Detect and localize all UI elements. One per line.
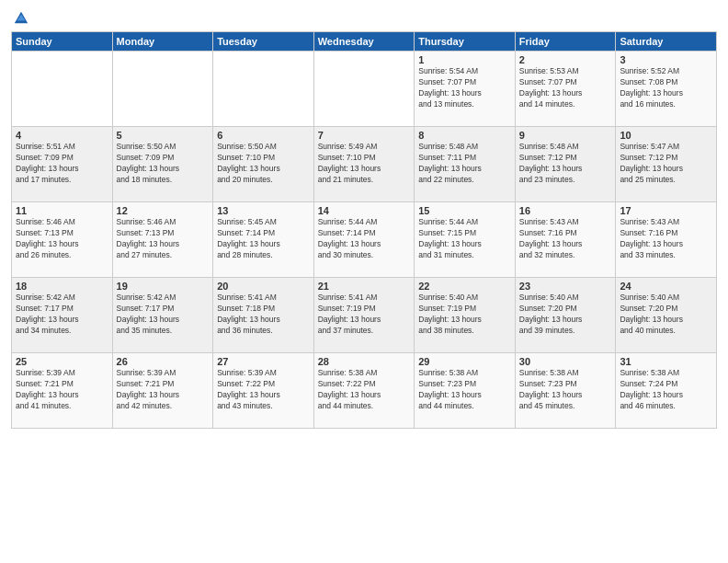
logo-icon	[13, 9, 29, 26]
day-number: 21	[318, 281, 411, 292]
calendar-cell: 6Sunrise: 5:50 AM Sunset: 7:10 PM Daylig…	[213, 127, 314, 202]
day-info: Sunrise: 5:38 AM Sunset: 7:23 PM Dayligh…	[519, 368, 612, 412]
calendar-cell: 11Sunrise: 5:46 AM Sunset: 7:13 PM Dayli…	[12, 202, 113, 278]
calendar-cell: 8Sunrise: 5:48 AM Sunset: 7:11 PM Daylig…	[415, 127, 516, 202]
day-number: 15	[418, 205, 511, 216]
day-number: 31	[620, 356, 712, 367]
calendar-cell: 14Sunrise: 5:44 AM Sunset: 7:14 PM Dayli…	[313, 202, 415, 278]
day-info: Sunrise: 5:51 AM Sunset: 7:09 PM Dayligh…	[16, 142, 108, 186]
calendar-cell: 19Sunrise: 5:42 AM Sunset: 7:17 PM Dayli…	[112, 278, 213, 353]
day-number: 10	[620, 130, 712, 141]
day-number: 28	[318, 356, 411, 367]
week-row-3: 11Sunrise: 5:46 AM Sunset: 7:13 PM Dayli…	[12, 202, 717, 278]
calendar-cell: 28Sunrise: 5:38 AM Sunset: 7:22 PM Dayli…	[313, 353, 415, 429]
day-number: 8	[418, 130, 511, 141]
calendar-cell: 15Sunrise: 5:44 AM Sunset: 7:15 PM Dayli…	[415, 202, 516, 278]
weekday-header-saturday: Saturday	[616, 32, 717, 52]
week-row-4: 18Sunrise: 5:42 AM Sunset: 7:17 PM Dayli…	[12, 278, 717, 353]
day-info: Sunrise: 5:43 AM Sunset: 7:16 PM Dayligh…	[519, 217, 612, 261]
day-number: 2	[519, 54, 612, 65]
day-number: 11	[16, 205, 108, 216]
calendar-cell: 29Sunrise: 5:38 AM Sunset: 7:23 PM Dayli…	[415, 353, 516, 429]
day-info: Sunrise: 5:49 AM Sunset: 7:10 PM Dayligh…	[318, 142, 411, 186]
calendar-cell	[313, 52, 415, 127]
day-info: Sunrise: 5:50 AM Sunset: 7:10 PM Dayligh…	[217, 142, 310, 186]
day-info: Sunrise: 5:41 AM Sunset: 7:18 PM Dayligh…	[217, 293, 310, 337]
day-info: Sunrise: 5:43 AM Sunset: 7:16 PM Dayligh…	[620, 217, 712, 261]
day-number: 20	[217, 281, 310, 292]
day-info: Sunrise: 5:42 AM Sunset: 7:17 PM Dayligh…	[117, 293, 210, 337]
day-info: Sunrise: 5:39 AM Sunset: 7:21 PM Dayligh…	[16, 368, 108, 412]
calendar-cell: 5Sunrise: 5:50 AM Sunset: 7:09 PM Daylig…	[112, 127, 213, 202]
day-info: Sunrise: 5:40 AM Sunset: 7:19 PM Dayligh…	[418, 293, 511, 337]
weekday-header-tuesday: Tuesday	[213, 32, 314, 52]
day-info: Sunrise: 5:48 AM Sunset: 7:12 PM Dayligh…	[519, 142, 612, 186]
calendar-cell: 16Sunrise: 5:43 AM Sunset: 7:16 PM Dayli…	[515, 202, 616, 278]
calendar-cell: 4Sunrise: 5:51 AM Sunset: 7:09 PM Daylig…	[12, 127, 113, 202]
day-info: Sunrise: 5:52 AM Sunset: 7:08 PM Dayligh…	[620, 66, 712, 110]
day-info: Sunrise: 5:44 AM Sunset: 7:15 PM Dayligh…	[418, 217, 511, 261]
header	[11, 9, 717, 26]
calendar-cell: 25Sunrise: 5:39 AM Sunset: 7:21 PM Dayli…	[12, 353, 113, 429]
calendar-cell: 23Sunrise: 5:40 AM Sunset: 7:20 PM Dayli…	[515, 278, 616, 353]
day-number: 24	[620, 281, 712, 292]
calendar-cell	[213, 52, 314, 127]
day-info: Sunrise: 5:38 AM Sunset: 7:22 PM Dayligh…	[318, 368, 411, 412]
calendar-cell: 7Sunrise: 5:49 AM Sunset: 7:10 PM Daylig…	[313, 127, 415, 202]
day-number: 5	[117, 130, 210, 141]
weekday-header-wednesday: Wednesday	[313, 32, 415, 52]
day-number: 22	[418, 281, 511, 292]
weekday-header-sunday: Sunday	[12, 32, 113, 52]
day-number: 27	[217, 356, 310, 367]
day-number: 7	[318, 130, 411, 141]
weekday-header-thursday: Thursday	[415, 32, 516, 52]
calendar-cell: 13Sunrise: 5:45 AM Sunset: 7:14 PM Dayli…	[213, 202, 314, 278]
day-info: Sunrise: 5:41 AM Sunset: 7:19 PM Dayligh…	[318, 293, 411, 337]
day-info: Sunrise: 5:53 AM Sunset: 7:07 PM Dayligh…	[519, 66, 612, 110]
week-row-1: 1Sunrise: 5:54 AM Sunset: 7:07 PM Daylig…	[12, 52, 717, 127]
calendar-cell: 24Sunrise: 5:40 AM Sunset: 7:20 PM Dayli…	[616, 278, 717, 353]
day-number: 30	[519, 356, 612, 367]
day-number: 26	[117, 356, 210, 367]
calendar-cell: 2Sunrise: 5:53 AM Sunset: 7:07 PM Daylig…	[515, 52, 616, 127]
calendar-cell: 10Sunrise: 5:47 AM Sunset: 7:12 PM Dayli…	[616, 127, 717, 202]
day-number: 12	[117, 205, 210, 216]
calendar-cell: 27Sunrise: 5:39 AM Sunset: 7:22 PM Dayli…	[213, 353, 314, 429]
day-number: 19	[117, 281, 210, 292]
day-info: Sunrise: 5:48 AM Sunset: 7:11 PM Dayligh…	[418, 142, 511, 186]
day-number: 17	[620, 205, 712, 216]
day-number: 23	[519, 281, 612, 292]
day-info: Sunrise: 5:50 AM Sunset: 7:09 PM Dayligh…	[117, 142, 210, 186]
day-number: 13	[217, 205, 310, 216]
day-info: Sunrise: 5:46 AM Sunset: 7:13 PM Dayligh…	[16, 217, 108, 261]
day-number: 18	[16, 281, 108, 292]
calendar-cell: 9Sunrise: 5:48 AM Sunset: 7:12 PM Daylig…	[515, 127, 616, 202]
day-number: 3	[620, 54, 712, 65]
calendar-cell: 30Sunrise: 5:38 AM Sunset: 7:23 PM Dayli…	[515, 353, 616, 429]
day-info: Sunrise: 5:54 AM Sunset: 7:07 PM Dayligh…	[418, 66, 511, 110]
calendar-cell: 20Sunrise: 5:41 AM Sunset: 7:18 PM Dayli…	[213, 278, 314, 353]
day-info: Sunrise: 5:39 AM Sunset: 7:22 PM Dayligh…	[217, 368, 310, 412]
day-number: 16	[519, 205, 612, 216]
day-info: Sunrise: 5:47 AM Sunset: 7:12 PM Dayligh…	[620, 142, 712, 186]
day-info: Sunrise: 5:39 AM Sunset: 7:21 PM Dayligh…	[117, 368, 210, 412]
calendar-cell: 21Sunrise: 5:41 AM Sunset: 7:19 PM Dayli…	[313, 278, 415, 353]
weekday-header-friday: Friday	[515, 32, 616, 52]
calendar-cell: 12Sunrise: 5:46 AM Sunset: 7:13 PM Dayli…	[112, 202, 213, 278]
page: SundayMondayTuesdayWednesdayThursdayFrid…	[0, 0, 728, 563]
calendar-cell: 22Sunrise: 5:40 AM Sunset: 7:19 PM Dayli…	[415, 278, 516, 353]
day-info: Sunrise: 5:38 AM Sunset: 7:23 PM Dayligh…	[418, 368, 511, 412]
day-info: Sunrise: 5:38 AM Sunset: 7:24 PM Dayligh…	[620, 368, 712, 412]
weekday-header-monday: Monday	[112, 32, 213, 52]
calendar-cell: 18Sunrise: 5:42 AM Sunset: 7:17 PM Dayli…	[12, 278, 113, 353]
day-info: Sunrise: 5:45 AM Sunset: 7:14 PM Dayligh…	[217, 217, 310, 261]
calendar-cell: 3Sunrise: 5:52 AM Sunset: 7:08 PM Daylig…	[616, 52, 717, 127]
day-info: Sunrise: 5:44 AM Sunset: 7:14 PM Dayligh…	[318, 217, 411, 261]
day-info: Sunrise: 5:40 AM Sunset: 7:20 PM Dayligh…	[620, 293, 712, 337]
calendar: SundayMondayTuesdayWednesdayThursdayFrid…	[11, 31, 717, 429]
day-info: Sunrise: 5:46 AM Sunset: 7:13 PM Dayligh…	[117, 217, 210, 261]
day-info: Sunrise: 5:40 AM Sunset: 7:20 PM Dayligh…	[519, 293, 612, 337]
day-number: 25	[16, 356, 108, 367]
day-number: 29	[418, 356, 511, 367]
calendar-cell: 1Sunrise: 5:54 AM Sunset: 7:07 PM Daylig…	[415, 52, 516, 127]
